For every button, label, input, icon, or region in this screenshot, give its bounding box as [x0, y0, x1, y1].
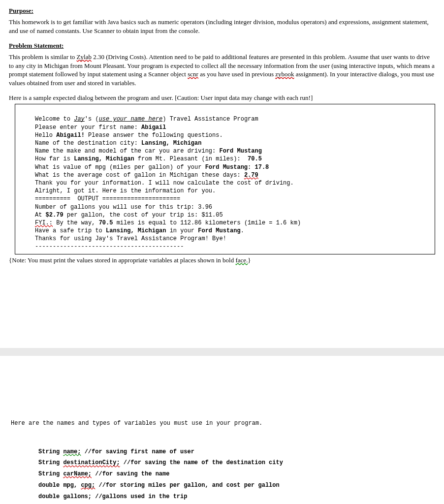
dialog-line: Alright, I got it. Here is the informati… — [35, 188, 216, 194]
dialog-line: in your — [166, 227, 198, 234]
dialog-line: per gallon, the cost of your trip is: $1… — [63, 212, 223, 219]
var-name: destinationCity; — [63, 459, 120, 466]
note-text: } — [248, 256, 251, 264]
var-comment: //for saving the name — [92, 471, 169, 477]
var-line: String carName; //for saving the name — [38, 469, 435, 480]
dialog-line: At — [35, 212, 46, 219]
caution-line: Here is a sample expected dialog between… — [9, 94, 435, 102]
bold-value: Lansing, Michigan — [106, 227, 166, 234]
var-text: String — [38, 471, 63, 477]
purpose-heading: Purpose: — [9, 7, 435, 15]
zybook-word: zybook — [275, 70, 294, 78]
user-input: Lansing, Michigan — [141, 140, 201, 147]
dialog-line: Please answer the following questions. — [85, 132, 223, 139]
dialog-line: miles is equal to 112.86 kilometers (1mi… — [113, 220, 301, 226]
var-name: cpg; — [81, 482, 95, 489]
dialog-line: Number of gallons you will use for this … — [35, 204, 212, 211]
var-line: double distanceMiles; //distance in mile… — [38, 503, 435, 504]
var-text: String — [38, 459, 63, 466]
dialog-line: Welcome to — [35, 116, 74, 123]
bold-value: 70.5 — [99, 220, 113, 226]
dialog-line: : — [248, 164, 254, 171]
user-input: Ford Mustang — [219, 148, 261, 155]
purpose-paragraph: This homework is to get familiar with Ja… — [9, 18, 435, 35]
section-gap — [9, 264, 435, 348]
var-comment: //for saving the name of the destination… — [120, 459, 283, 466]
jay-name: Jay — [74, 116, 85, 123]
face-word: face. — [235, 256, 248, 264]
name-hint: use your name here — [99, 116, 163, 123]
bold-value: Ford Mustang — [198, 227, 240, 234]
page-divider — [0, 348, 444, 356]
sample-dialog-box: Welcome to Jay's (use your name here) Tr… — [15, 104, 435, 254]
dialog-line: ----------------------------------------… — [35, 243, 184, 250]
note-text: {Note: You must print the values stored … — [9, 256, 235, 264]
var-name: carName; — [63, 471, 92, 477]
problem-text: as you have used in previous — [198, 70, 275, 78]
var-line: double mpg, cpg; //for storing miles per… — [38, 480, 435, 491]
dialog-line: . — [241, 227, 244, 234]
dialog-line: from Mt. Pleasant (in miles): — [134, 156, 248, 162]
bold-value: Lansing, Michigan — [74, 156, 134, 162]
dialog-line: Have a safe trip to — [35, 227, 106, 234]
user-input: 17.8 — [254, 164, 269, 171]
section-gap — [9, 356, 435, 420]
user-input: 70.5 — [248, 156, 262, 162]
user-input: Abigail — [141, 124, 166, 131]
dialog-line: Name of the destination city: — [35, 140, 141, 147]
problem-heading: Problem Statement: — [9, 42, 435, 50]
bold-value: Ford Mustang — [205, 164, 248, 171]
var-line: String destinationCity; //for saving the… — [38, 457, 435, 469]
dialog-line: By the way, — [53, 220, 99, 226]
dialog-line: Thanks for using Jay's Travel Assistance… — [35, 235, 226, 242]
dialog-line: What is the average cost of gallon in Mi… — [35, 172, 244, 179]
fyi-word: FYI.: — [35, 220, 53, 226]
problem-text: This problem is similar to — [9, 53, 77, 61]
note-line: {Note: You must print the values stored … — [9, 256, 435, 264]
var-line: String name; //for saving first name of … — [38, 446, 435, 458]
var-comment: //for saving first name of user — [81, 448, 194, 455]
dialog-line: 's ( — [85, 116, 99, 123]
dialog-line: What is value of mpg (miles per gallon) … — [35, 164, 205, 171]
dialog-line: Name the make and model of the car you a… — [35, 148, 219, 155]
variables-intro: Here are the names and types of variable… — [9, 420, 435, 427]
problem-paragraph: This problem is similar to Zylab 2.30 (D… — [9, 53, 435, 87]
dialog-line: ) Travel Assistance Program — [162, 116, 258, 123]
var-line: double gallons; //gallons used in the tr… — [38, 491, 435, 503]
var-comment: //for storing miles per gallon, and cost… — [95, 482, 279, 489]
dialog-line: Hello — [35, 132, 56, 139]
dialog-line: Thank you for your information. I will n… — [35, 180, 294, 187]
bold-value: Abigail! — [56, 132, 85, 139]
zylab-word: Zylab — [77, 53, 92, 61]
bold-value: $2.79 — [46, 212, 63, 219]
dialog-line: Please enter your first name: — [35, 124, 141, 131]
variables-block: String name; //for saving first name of … — [9, 446, 435, 504]
user-input: 2.79 — [244, 172, 258, 179]
var-text: double mpg, — [38, 482, 81, 489]
dialog-line: ========== OUTPUT ====================== — [35, 195, 180, 202]
dialog-line: How far is — [35, 156, 74, 162]
scnr-word: scnr — [188, 70, 198, 78]
var-text: String — [38, 448, 63, 455]
var-name: name; — [63, 448, 81, 455]
